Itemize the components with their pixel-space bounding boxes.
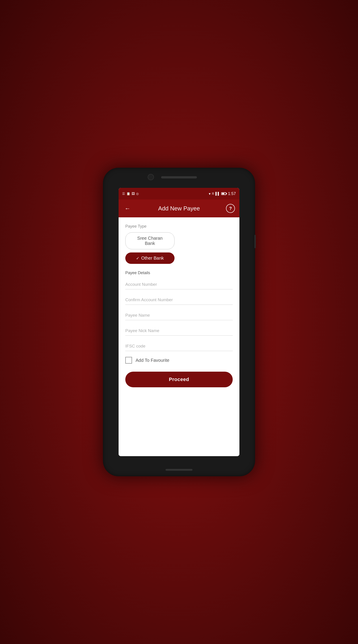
payee-type-options: Sree Charan Bank ✓ Other Bank [125, 232, 233, 264]
payee-nick-name-input[interactable] [125, 326, 233, 336]
payee-nick-name-field [125, 326, 233, 336]
check-icon: ✓ [136, 256, 139, 261]
ifsc-code-input[interactable] [125, 342, 233, 351]
page-title: Add New Payee [158, 205, 200, 212]
payee-details-label: Payee Details [125, 270, 233, 275]
help-button[interactable]: ? [226, 204, 235, 213]
wifi-icon: ▾ [209, 192, 211, 196]
notification-icon-1: ☰ [122, 192, 125, 196]
account-number-input[interactable] [125, 280, 233, 289]
status-left-icons: ☰ 📋 🖼 ◎ [122, 192, 139, 196]
account-number-field [125, 280, 233, 289]
proceed-button[interactable]: Proceed [125, 372, 233, 387]
signal-icon: R [212, 192, 214, 196]
battery-icon [221, 192, 226, 195]
confirm-account-number-input[interactable] [125, 295, 233, 305]
ifsc-code-field [125, 342, 233, 351]
status-right-icons: ▾ R ▌▌ 1:57 [209, 192, 236, 196]
other-bank-option[interactable]: ✓ Other Bank [125, 252, 175, 264]
phone-device: ☰ 📋 🖼 ◎ ▾ R ▌▌ 1:57 ← Add New Payee ? [103, 168, 255, 476]
notification-icon-2: 📋 [126, 192, 130, 196]
add-to-favourite-label: Add To Favourite [136, 358, 169, 363]
phone-screen: ☰ 📋 🖼 ◎ ▾ R ▌▌ 1:57 ← Add New Payee ? [119, 188, 239, 456]
phone-side-button [254, 235, 256, 248]
phone-bottom-bar [166, 469, 192, 471]
phone-speaker [161, 176, 197, 178]
notification-icon-3: 🖼 [132, 192, 135, 196]
notification-icon-4: ◎ [136, 192, 139, 196]
add-to-favourite-checkbox[interactable] [125, 357, 132, 364]
add-to-favourite-row: Add To Favourite [125, 357, 233, 364]
back-button[interactable]: ← [123, 204, 132, 213]
payee-name-input[interactable] [125, 310, 233, 320]
status-time: 1:57 [228, 192, 236, 196]
confirm-account-number-field [125, 295, 233, 305]
sree-charan-bank-option[interactable]: Sree Charan Bank [125, 232, 175, 249]
payee-name-field [125, 310, 233, 320]
signal-bars-icon: ▌▌ [215, 192, 220, 196]
app-header: ← Add New Payee ? [119, 200, 239, 217]
status-bar: ☰ 📋 🖼 ◎ ▾ R ▌▌ 1:57 [119, 188, 239, 200]
payee-type-label: Payee Type [125, 224, 233, 229]
phone-camera [148, 174, 154, 180]
screen-content: Payee Type Sree Charan Bank ✓ Other Bank… [119, 217, 239, 456]
